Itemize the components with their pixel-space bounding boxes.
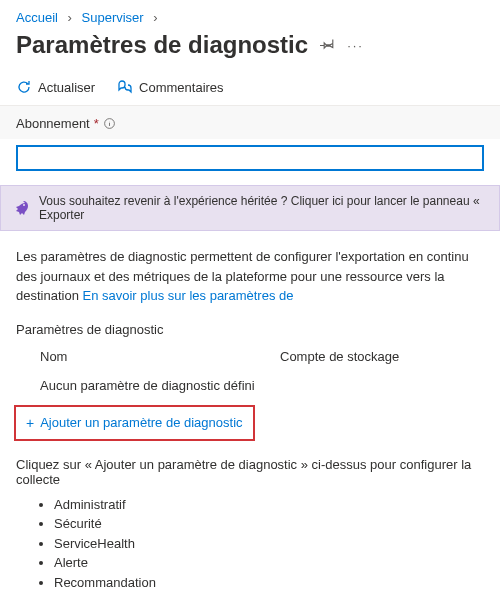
title-row: Paramètres de diagnostic ···	[0, 29, 500, 73]
add-label: Ajouter un paramètre de diagnostic	[40, 415, 242, 430]
refresh-label: Actualiser	[38, 80, 95, 95]
breadcrumb: Accueil › Superviser ›	[0, 0, 500, 29]
category-item: Administratif	[54, 495, 500, 515]
subscription-label-text: Abonnement	[16, 116, 90, 131]
rocket-icon	[13, 200, 29, 216]
breadcrumb-home[interactable]: Accueil	[16, 10, 58, 25]
category-item: Recommandation	[54, 573, 500, 593]
subscription-label: Abonnement *	[16, 116, 484, 131]
legacy-banner[interactable]: Vous souhaitez revenir à l'expérience hé…	[0, 185, 500, 231]
category-list: AdministratifSécuritéServiceHealthAlerte…	[0, 491, 500, 593]
feedback-button[interactable]: Commentaires	[117, 79, 224, 95]
learn-more-link[interactable]: En savoir plus sur les paramètres de	[83, 288, 294, 303]
refresh-button[interactable]: Actualiser	[16, 79, 95, 95]
category-item: Sécurité	[54, 514, 500, 534]
category-item: Alerte	[54, 553, 500, 573]
table-header: Nom Compte de stockage	[16, 343, 484, 370]
col-storage: Compte de stockage	[280, 349, 460, 364]
banner-text: Vous souhaitez revenir à l'expérience hé…	[39, 194, 487, 222]
chevron-right-icon: ›	[68, 10, 72, 25]
instruction-text: Cliquez sur « Ajouter un paramètre de di…	[0, 445, 500, 491]
feedback-icon	[117, 79, 133, 95]
plus-icon: +	[26, 415, 34, 431]
more-icon[interactable]: ···	[347, 38, 364, 53]
subscription-dropdown[interactable]	[16, 145, 484, 171]
feedback-label: Commentaires	[139, 80, 224, 95]
table-heading: Paramètres de diagnostic	[16, 322, 484, 337]
pin-icon[interactable]	[320, 36, 335, 54]
add-setting-highlight: + Ajouter un paramètre de diagnostic	[14, 405, 255, 441]
required-asterisk: *	[94, 116, 99, 131]
subscription-section: Abonnement *	[0, 105, 500, 139]
table-empty-row: Aucun paramètre de diagnostic défini	[16, 370, 484, 401]
add-diagnostic-setting-button[interactable]: + Ajouter un paramètre de diagnostic	[26, 415, 243, 431]
info-icon[interactable]	[103, 117, 116, 130]
refresh-icon	[16, 79, 32, 95]
category-item: ServiceHealth	[54, 534, 500, 554]
description: Les paramètres de diagnostic permettent …	[16, 247, 484, 306]
col-name: Nom	[40, 349, 280, 364]
chevron-right-icon: ›	[153, 10, 157, 25]
breadcrumb-monitor[interactable]: Superviser	[82, 10, 144, 25]
page-title: Paramètres de diagnostic	[16, 31, 308, 59]
toolbar: Actualiser Commentaires	[0, 73, 500, 105]
